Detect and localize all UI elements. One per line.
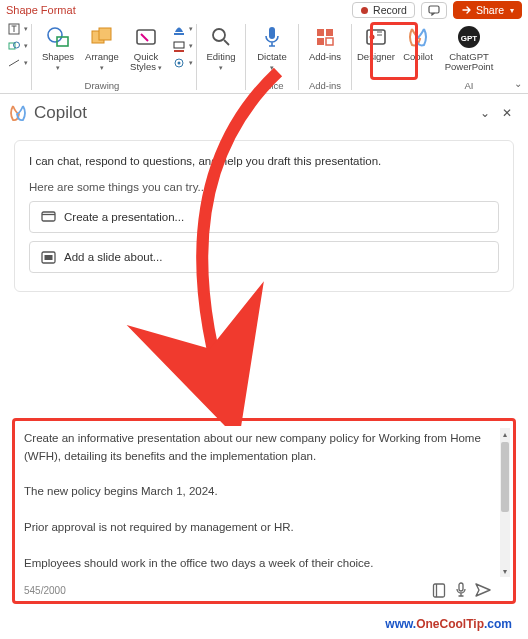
shapes-small-tool[interactable]: ▾ <box>5 39 28 53</box>
copilot-input-area: Create an informative presentation about… <box>16 424 512 605</box>
shape-outline-tool[interactable]: ▾ <box>170 39 193 53</box>
mic-icon[interactable] <box>450 579 472 601</box>
arrange-label: Arrange <box>85 51 119 62</box>
share-label: Share <box>476 4 504 16</box>
mic-icon <box>259 24 285 50</box>
record-button[interactable]: Record <box>352 2 415 18</box>
suggest-add-label: Add a slide about... <box>64 251 162 263</box>
ribbon: ▾ ▾ ▾ Shapes▾ Arrange▾ Quick Styles ▾ Dr… <box>0 20 528 94</box>
addins-group-label: Add-ins <box>309 80 341 91</box>
svg-rect-13 <box>174 50 184 52</box>
copilot-label: Copilot <box>403 52 433 62</box>
svg-point-4 <box>13 42 19 48</box>
suggest-create-label: Create a presentation... <box>64 211 184 223</box>
arrange-icon <box>89 24 115 50</box>
comments-button[interactable] <box>421 2 447 19</box>
presentation-icon <box>40 209 56 225</box>
scrollbar-thumb[interactable] <box>501 442 509 512</box>
copilot-intro-card: I can chat, respond to questions, and he… <box>14 140 514 292</box>
comment-icon <box>428 5 440 16</box>
share-button[interactable]: Share ▾ <box>453 1 522 19</box>
quick-styles-button[interactable]: Quick Styles ▾ <box>125 22 167 73</box>
ribbon-misc-left: ▾ ▾ ▾ <box>4 22 28 70</box>
arrange-button[interactable]: Arrange▾ <box>81 22 123 73</box>
svg-point-16 <box>213 29 225 41</box>
char-counter: 545/2000 <box>24 585 66 596</box>
svg-line-17 <box>224 40 229 45</box>
chatgpt-button[interactable]: GPT ChatGPT PowerPoint <box>441 22 497 73</box>
chevron-down-icon: ▾ <box>510 6 514 15</box>
svg-line-5 <box>9 60 19 66</box>
quick-styles-icon <box>133 24 159 50</box>
svg-rect-22 <box>326 38 333 45</box>
designer-icon <box>363 24 389 50</box>
shapes-icon <box>45 24 71 50</box>
svg-point-24 <box>370 35 375 40</box>
addins-label: Add-ins <box>309 52 341 62</box>
ribbon-collapse-chevron[interactable]: ⌄ <box>514 78 522 89</box>
addins-button[interactable]: Add-ins <box>304 22 346 62</box>
copilot-pane-header: Copilot ⌄ ✕ <box>0 94 528 132</box>
record-label: Record <box>373 4 407 16</box>
editing-icon <box>208 24 234 50</box>
tab-shape-format[interactable]: Shape Format <box>6 4 76 16</box>
svg-rect-31 <box>434 584 445 597</box>
shapes-button[interactable]: Shapes▾ <box>37 22 79 73</box>
textbox-tool[interactable]: ▾ <box>5 22 28 36</box>
svg-rect-27 <box>42 212 55 221</box>
shapes-label: Shapes <box>42 51 74 62</box>
designer-button[interactable]: Designer <box>355 22 397 62</box>
svg-rect-11 <box>174 33 184 35</box>
dictate-label: Dictate <box>257 51 287 62</box>
svg-rect-21 <box>317 38 324 45</box>
svg-rect-19 <box>317 29 324 36</box>
pane-title: Copilot <box>34 103 87 123</box>
suggest-create-presentation[interactable]: Create a presentation... <box>29 201 499 233</box>
shape-fill-tool[interactable]: ▾ <box>170 22 193 36</box>
ai-group-label: AI <box>465 80 474 91</box>
svg-rect-33 <box>459 583 463 591</box>
svg-point-15 <box>177 62 180 65</box>
suggest-add-slide[interactable]: Add a slide about... <box>29 241 499 273</box>
chatgpt-label: ChatGPT PowerPoint <box>445 52 494 73</box>
svg-rect-1 <box>429 6 439 13</box>
copilot-icon <box>405 24 431 50</box>
notebook-icon[interactable] <box>428 579 450 601</box>
svg-rect-18 <box>269 27 275 39</box>
editing-button[interactable]: Editing▾ <box>200 22 242 73</box>
ribbon-style-stack: ▾ ▾ ▾ <box>169 22 193 70</box>
svg-point-0 <box>361 7 368 14</box>
chevron-down-icon[interactable]: ⌄ <box>474 102 496 124</box>
intro-text: I can chat, respond to questions, and he… <box>29 155 499 167</box>
hint-text: Here are some things you can try... <box>29 181 499 193</box>
drawing-group-label: Drawing <box>85 80 120 91</box>
designer-label: Designer <box>357 52 395 62</box>
voice-group-label: Voice <box>260 80 283 91</box>
dictate-button[interactable]: Dictate▾ <box>251 22 293 73</box>
line-tool[interactable]: ▾ <box>5 56 28 70</box>
svg-rect-9 <box>99 28 111 40</box>
svg-rect-20 <box>326 29 333 36</box>
prompt-input[interactable]: Create an informative presentation about… <box>16 424 512 605</box>
svg-text:GPT: GPT <box>461 34 478 43</box>
slide-icon <box>40 249 56 265</box>
quick-styles-label: Quick Styles <box>130 51 158 72</box>
share-icon <box>461 5 472 15</box>
scrollbar[interactable]: ▴ ▾ <box>500 428 510 577</box>
watermark: www.OneCoolTip.com <box>385 617 512 631</box>
scroll-down-icon[interactable]: ▾ <box>500 565 510 577</box>
chatgpt-icon: GPT <box>456 24 482 50</box>
editing-label: Editing <box>206 51 235 62</box>
record-icon <box>360 6 369 15</box>
send-icon[interactable] <box>472 579 494 601</box>
scroll-up-icon[interactable]: ▴ <box>500 428 510 440</box>
svg-rect-10 <box>137 30 155 44</box>
close-icon[interactable]: ✕ <box>496 102 518 124</box>
svg-rect-12 <box>174 42 184 48</box>
addins-icon <box>312 24 338 50</box>
svg-point-6 <box>48 28 62 42</box>
copilot-button[interactable]: Copilot <box>397 22 439 62</box>
svg-rect-30 <box>44 255 52 260</box>
copilot-logo-icon <box>8 103 28 123</box>
shape-effects-tool[interactable]: ▾ <box>170 56 193 70</box>
